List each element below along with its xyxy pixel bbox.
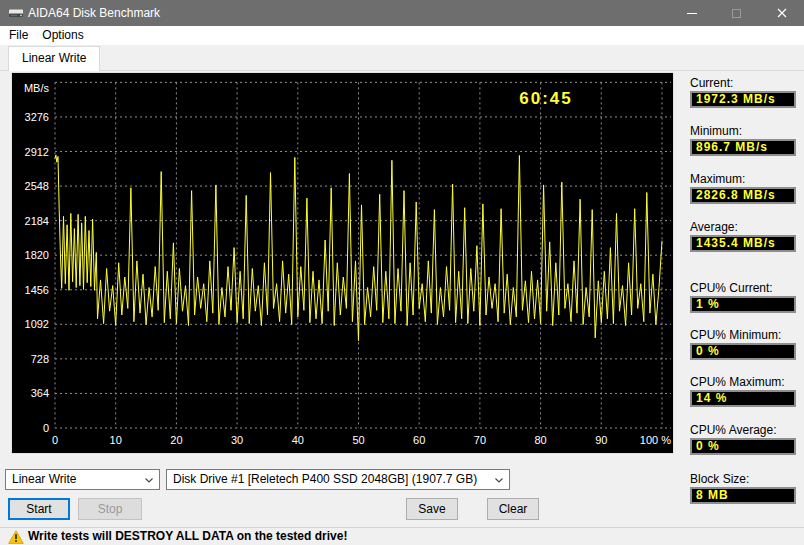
svg-text:3276: 3276: [25, 111, 49, 123]
drive-select[interactable]: Disk Drive #1 [Reletech P400 SSD 2048GB]…: [166, 469, 510, 490]
maximize-icon: [732, 9, 741, 18]
svg-text:2184: 2184: [25, 215, 49, 227]
drive-select-value: Disk Drive #1 [Reletech P400 SSD 2048GB]…: [173, 472, 477, 486]
svg-text:2912: 2912: [25, 146, 49, 158]
svg-text:90: 90: [595, 434, 607, 446]
svg-text:20: 20: [170, 434, 182, 446]
svg-text:MB/s: MB/s: [24, 82, 50, 94]
warning-icon: [8, 530, 24, 545]
menubar: File Options: [0, 26, 804, 45]
stat-value-current: 1972.3 MB/s: [690, 91, 796, 108]
stat-value-cpu-average: 0 %: [690, 438, 796, 455]
tab-linear-write[interactable]: Linear Write: [8, 46, 100, 71]
svg-text:728: 728: [31, 353, 49, 365]
maximize-button: [714, 0, 759, 26]
save-button[interactable]: Save: [406, 498, 458, 520]
stat-label-current: Current:: [690, 76, 800, 90]
svg-text:1092: 1092: [25, 318, 49, 330]
stat-value-cpu-maximum: 14 %: [690, 390, 796, 407]
test-type-select[interactable]: Linear Write: [5, 469, 160, 490]
stat-label-maximum: Maximum:: [690, 172, 800, 186]
svg-text:1820: 1820: [25, 249, 49, 261]
svg-text:2548: 2548: [25, 180, 49, 192]
stat-label-cpu-maximum: CPU% Maximum:: [690, 375, 800, 389]
stat-label-cpu-average: CPU% Average:: [690, 423, 800, 437]
minimize-icon: [687, 13, 697, 14]
svg-text:60:45: 60:45: [519, 89, 572, 108]
start-button[interactable]: Start: [8, 498, 70, 520]
stat-label-minimum: Minimum:: [690, 124, 800, 138]
stat-label-cpu-minimum: CPU% Minimum:: [690, 328, 800, 342]
statusbar: Write tests will DESTROY ALL DATA on the…: [0, 527, 804, 545]
svg-text:0: 0: [43, 422, 49, 434]
stat-label-average: Average:: [690, 220, 800, 234]
menu-options[interactable]: Options: [35, 26, 90, 45]
svg-text:0: 0: [52, 434, 58, 446]
benchmark-chart: 32762912254821841820145610927283640MB/s0…: [12, 73, 673, 453]
content-area: 32762912254821841820145610927283640MB/s0…: [0, 71, 804, 527]
stat-value-maximum: 2826.8 MB/s: [690, 187, 796, 204]
stat-value-cpu-minimum: 0 %: [690, 343, 796, 360]
close-icon: [777, 8, 787, 18]
minimize-button[interactable]: [669, 0, 714, 26]
status-warning-text: Write tests will DESTROY ALL DATA on the…: [28, 528, 347, 545]
test-type-value: Linear Write: [12, 472, 76, 486]
svg-text:60: 60: [413, 434, 425, 446]
stat-label-cpu-current: CPU% Current:: [690, 281, 800, 295]
stat-value-block-size: 8 MB: [690, 487, 796, 504]
close-button[interactable]: [759, 0, 804, 26]
stat-value-average: 1435.4 MB/s: [690, 235, 796, 252]
stat-value-minimum: 896.7 MB/s: [690, 139, 796, 156]
svg-text:100 %: 100 %: [640, 434, 671, 446]
disk-drive-icon: [8, 6, 24, 24]
stop-button: Stop: [78, 498, 142, 520]
svg-text:80: 80: [534, 434, 546, 446]
svg-text:10: 10: [110, 434, 122, 446]
svg-text:50: 50: [352, 434, 364, 446]
svg-text:40: 40: [292, 434, 304, 446]
clear-button[interactable]: Clear: [487, 498, 539, 520]
chevron-down-icon: [495, 478, 503, 483]
svg-text:70: 70: [474, 434, 486, 446]
chevron-down-icon: [145, 478, 153, 483]
tab-strip: Linear Write: [0, 45, 804, 71]
svg-text:364: 364: [31, 387, 49, 399]
stat-label-block-size: Block Size:: [690, 472, 800, 486]
app-window: AIDA64 Disk Benchmark File Options Linea…: [0, 0, 804, 545]
svg-text:1456: 1456: [25, 284, 49, 296]
svg-text:30: 30: [231, 434, 243, 446]
window-title: AIDA64 Disk Benchmark: [28, 6, 160, 20]
stat-value-cpu-current: 1 %: [690, 296, 796, 313]
menu-file[interactable]: File: [2, 26, 35, 45]
titlebar: AIDA64 Disk Benchmark: [0, 0, 804, 26]
chart-canvas: 32762912254821841820145610927283640MB/s0…: [12, 73, 673, 453]
